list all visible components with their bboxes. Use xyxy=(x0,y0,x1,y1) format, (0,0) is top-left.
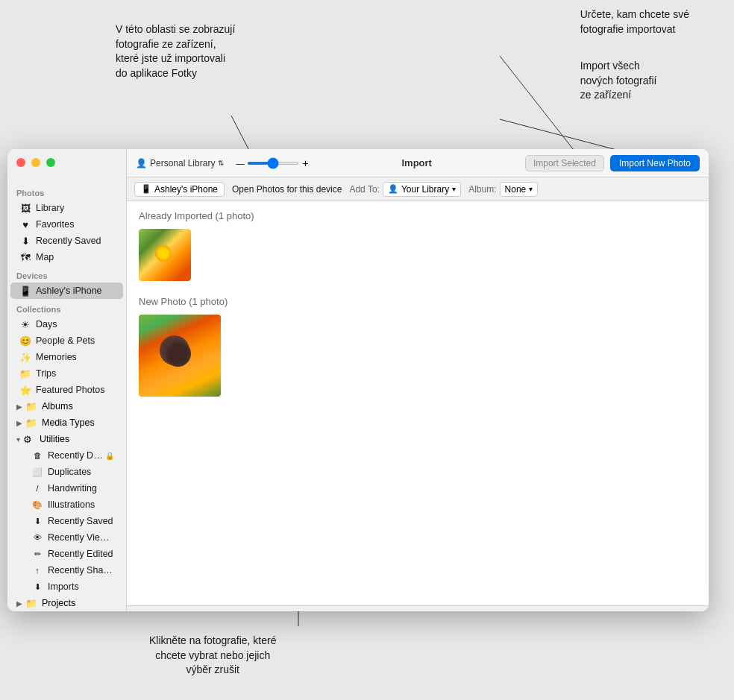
svg-line-1 xyxy=(500,56,582,160)
sidebar-item-recently-viewed[interactable]: 👁 Recently Viewed xyxy=(10,529,123,546)
library-selector[interactable]: 👤 Personal Library ⇅ xyxy=(136,158,224,168)
media-types-group-toggle[interactable]: ▶ 📁 Media Types xyxy=(10,414,123,431)
sidebar-item-label: Days xyxy=(36,319,57,329)
sidebar-item-label: Ashley's iPhone xyxy=(36,286,102,296)
folder-icon: 📁 xyxy=(19,368,31,379)
open-photos-label: Open Photos for this device xyxy=(232,184,342,195)
new-photo-header: New Photo (1 photo) xyxy=(139,296,697,307)
zoom-slider-area: — + xyxy=(236,157,308,169)
close-button[interactable] xyxy=(16,158,25,167)
sidebar-item-util-recently-saved[interactable]: ⬇ Recently Saved xyxy=(10,513,123,529)
zoom-slider[interactable] xyxy=(247,162,299,165)
annotation-bottom: Klikněte na fotografie, které chcete vyb… xyxy=(149,634,276,678)
add-to-select[interactable]: 👤 Your Library ▾ xyxy=(383,182,461,197)
sidebar-item-recently-edited[interactable]: ✏ Recently Edited xyxy=(10,546,123,562)
phone-small-icon: 📱 xyxy=(141,184,151,194)
chevron-down-icon: ▾ xyxy=(452,185,456,193)
sidebar-item-label: Recently Edited xyxy=(48,549,113,559)
photo-area: Already Imported (1 photo) New Photo (1 … xyxy=(127,201,709,605)
person-small-icon: 👤 xyxy=(388,184,398,194)
album-select[interactable]: None ▾ xyxy=(500,182,539,197)
sidebar-item-label: Recently Deleted xyxy=(48,450,105,461)
already-imported-header: Already Imported (1 photo) xyxy=(139,210,697,221)
chevron-up-down-icon: ⇅ xyxy=(218,159,224,167)
sidebar-item-label: Memories xyxy=(36,352,77,362)
album-section: Album: None ▾ xyxy=(468,182,538,197)
sidebar-item-label: Map xyxy=(36,252,54,262)
sidebar-item-days[interactable]: ☀ Days xyxy=(10,316,123,332)
library-selector-label: Personal Library xyxy=(150,158,215,168)
projects-group-toggle[interactable]: ▶ 📁 Projects xyxy=(10,595,123,611)
sidebar-item-recently-deleted[interactable]: 🗑 Recently Deleted 🔒 xyxy=(10,447,123,464)
sidebar: Photos 🖼 Library ♥ Favorites ⬇ Recently … xyxy=(7,149,127,611)
new-photo-grid xyxy=(139,315,697,397)
sidebar-item-label: Duplicates xyxy=(48,467,91,477)
sidebar-item-favorites[interactable]: ♥ Favorites xyxy=(10,216,123,233)
section-devices: Devices xyxy=(7,265,126,283)
import-bar: 📱 Ashley's iPhone Open Photos for this d… xyxy=(127,177,709,201)
sidebar-item-recently-shared[interactable]: ↑ Recently Shared xyxy=(10,562,123,578)
sidebar-item-illustrations[interactable]: 🎨 Illustrations xyxy=(10,496,123,513)
section-collections: Collections xyxy=(7,299,126,316)
duplicate-icon: ⬜ xyxy=(31,466,43,478)
sidebar-item-label: Illustrations xyxy=(48,499,95,510)
sidebar-item-map[interactable]: 🗺 Map xyxy=(10,249,123,265)
media-types-label: Media Types xyxy=(42,417,95,428)
chevron-right-icon: ▶ xyxy=(16,403,22,411)
sidebar-item-duplicates[interactable]: ⬜ Duplicates xyxy=(10,464,123,480)
import-new-button[interactable]: Import New Photo xyxy=(610,155,700,171)
pencil-icon: ✏ xyxy=(31,548,43,560)
maximize-button[interactable] xyxy=(46,158,55,167)
library-icon: 🖼 xyxy=(19,202,31,214)
minimize-button[interactable] xyxy=(31,158,40,167)
share-icon: ↑ xyxy=(31,564,43,576)
sidebar-item-library[interactable]: 🖼 Library xyxy=(10,200,123,216)
eye-icon: 👁 xyxy=(31,532,43,543)
sidebar-item-imports[interactable]: ⬇ Imports xyxy=(10,578,123,595)
minus-icon: — xyxy=(236,159,244,168)
main-content: 👤 Personal Library ⇅ — + Import Import S… xyxy=(127,149,709,611)
sidebar-item-trips[interactable]: 📁 Trips xyxy=(10,365,123,382)
toolbar-title: Import xyxy=(315,157,519,168)
album-value: None xyxy=(505,184,527,195)
photo-thumb-2[interactable] xyxy=(139,315,221,397)
toolbar: 👤 Personal Library ⇅ — + Import Import S… xyxy=(127,149,709,177)
sidebar-item-label: Recently Shared xyxy=(48,565,114,576)
sidebar-item-label: Trips xyxy=(36,368,56,379)
utilities-icon: ⚙ xyxy=(23,433,35,445)
import-selected-button[interactable]: Import Selected xyxy=(525,155,604,171)
albums-group-toggle[interactable]: ▶ 📁 Albums xyxy=(10,398,123,414)
imports-icon: ⬇ xyxy=(31,581,43,593)
sidebar-item-label: Favorites xyxy=(36,219,74,230)
handwriting-icon: / xyxy=(31,482,43,494)
section-photos: Photos xyxy=(7,183,126,200)
sidebar-item-label: Library xyxy=(36,203,64,213)
annotation-top-left: V této oblasti se zobrazují fotografie z… xyxy=(116,22,235,81)
sidebar-item-label: Featured Photos xyxy=(36,385,104,395)
sidebar-item-label: People & Pets xyxy=(36,335,95,346)
illustrations-icon: 🎨 xyxy=(31,499,43,511)
device-tab[interactable]: 📱 Ashley's iPhone xyxy=(134,182,225,197)
trash-icon: 🗑 xyxy=(31,450,43,461)
sidebar-item-handwriting[interactable]: / Handwriting xyxy=(10,480,123,496)
sidebar-item-recently-saved[interactable]: ⬇ Recently Saved xyxy=(10,233,123,249)
chevron-right-icon: ▶ xyxy=(16,419,22,427)
sidebar-item-memories[interactable]: ✨ Memories xyxy=(10,349,123,365)
projects-folder-icon: 📁 xyxy=(25,597,37,609)
map-icon: 🗺 xyxy=(19,251,31,263)
annotation-top-right: Určete, kam chcete své fotografie import… xyxy=(580,7,689,103)
photo-thumb-1[interactable] xyxy=(139,229,191,281)
utilities-group-toggle[interactable]: ▾ ⚙ Utilities xyxy=(10,431,123,447)
sidebar-item-featured[interactable]: ⭐ Featured Photos xyxy=(10,382,123,398)
people-icon: 😊 xyxy=(19,335,31,347)
chevron-down-icon: ▾ xyxy=(529,185,533,193)
albums-folder-icon: 📁 xyxy=(25,400,37,412)
albums-label: Albums xyxy=(42,401,73,412)
phone-icon: 📱 xyxy=(19,285,31,297)
download2-icon: ⬇ xyxy=(31,515,43,527)
device-name: Ashley's iPhone xyxy=(154,184,218,195)
sidebar-item-people-pets[interactable]: 😊 People & Pets xyxy=(10,332,123,349)
utilities-label: Utilities xyxy=(40,434,69,444)
sidebar-item-iphone[interactable]: 📱 Ashley's iPhone xyxy=(10,283,123,299)
bottom-border xyxy=(127,605,709,611)
